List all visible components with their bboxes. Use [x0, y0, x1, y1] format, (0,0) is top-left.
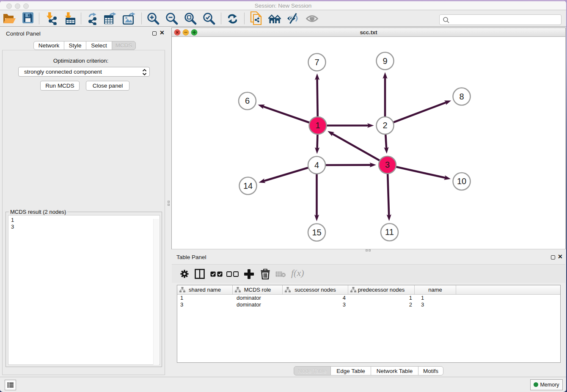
svg-text:4: 4: [314, 160, 319, 170]
svg-text:6: 6: [245, 96, 250, 105]
svg-text:11: 11: [385, 227, 394, 237]
svg-text:1: 1: [315, 121, 320, 130]
svg-text:10: 10: [457, 177, 466, 186]
svg-text:2: 2: [383, 121, 387, 130]
svg-text:7: 7: [314, 58, 319, 67]
svg-text:9: 9: [383, 56, 387, 66]
svg-text:8: 8: [459, 92, 464, 101]
svg-text:15: 15: [312, 228, 321, 237]
svg-text:14: 14: [243, 181, 253, 190]
svg-text:3: 3: [385, 160, 390, 169]
